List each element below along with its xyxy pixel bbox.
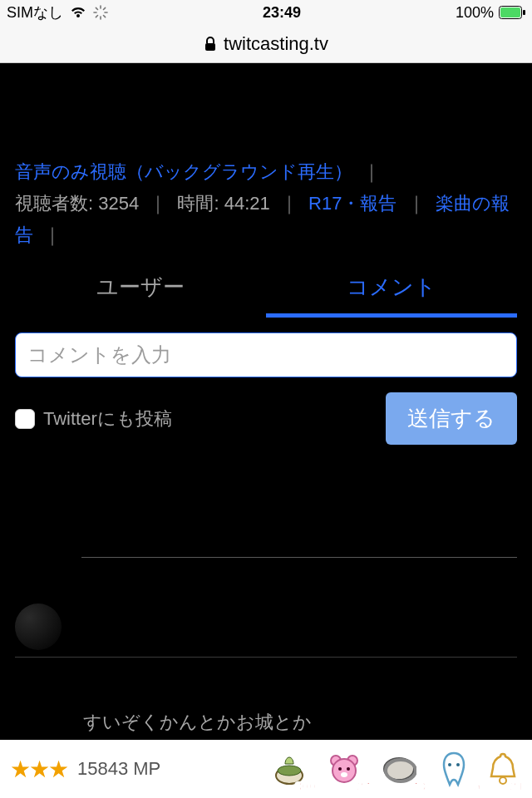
viewers-count: 3254 [98,193,139,214]
comment-text: すいぞくかんとかお城とか [83,710,312,735]
comment-row[interactable] [81,465,517,558]
svg-rect-10 [523,10,525,15]
gift-badge: 24 [357,779,371,793]
svg-point-18 [347,767,350,771]
svg-point-16 [332,759,356,782]
avatar[interactable] [15,603,62,650]
gift-badge: 300 [295,779,316,793]
status-bar: SIMなし 23:49 100% [0,0,532,25]
stars-icon[interactable]: ★★★ [10,756,67,783]
comment-list[interactable] [15,465,517,658]
svg-point-22 [448,763,451,766]
gift-bear[interactable]: 24 [319,746,369,791]
separator: ｜ [43,224,62,245]
gift-badge: 21 [510,779,524,793]
comment-form-row: Twitterにも投稿 送信する [15,392,517,445]
svg-point-24 [500,777,506,784]
bottom-bar: ★★★ 15843 MP 300 24 43 5 21 [0,740,532,798]
battery-percent: 100% [456,4,494,22]
svg-line-4 [96,7,97,9]
svg-line-6 [96,16,97,17]
svg-line-7 [104,7,106,9]
gift-tea[interactable]: 300 [264,746,314,791]
status-right: 100% [456,4,525,22]
status-left: SIMなし [7,2,108,22]
tab-users[interactable]: ユーザー [15,264,266,318]
loading-spinner-icon [93,5,108,20]
svg-rect-9 [500,7,520,17]
svg-point-17 [338,767,342,771]
wifi-icon [70,6,86,19]
dot: ・ [342,193,360,214]
separator: ｜ [407,193,426,214]
twitter-post-toggle[interactable]: Twitterにも投稿 [15,406,172,431]
gift-badge: 43 [411,779,426,793]
separator: ｜ [280,193,298,214]
gift-ghost[interactable]: 5 [429,746,479,791]
tab-comments[interactable]: コメント [266,264,517,318]
checkbox-icon[interactable] [15,409,35,429]
svg-point-23 [456,763,460,766]
meta-info: 音声のみ視聴（バックグラウンド再生） ｜ 視聴者数: 3254 ｜ 時間: 44… [15,156,517,251]
carrier-text: SIMなし [7,2,63,22]
gift-badge: 5 [474,779,480,793]
comment-input[interactable] [15,332,517,377]
send-button[interactable]: 送信する [386,392,517,445]
report-link[interactable]: 報告 [360,193,397,214]
viewers-label: 視聴者数: [15,193,93,214]
r17-link[interactable]: R17 [308,193,342,214]
separator: ｜ [149,193,167,214]
tabs: ユーザー コメント [15,264,517,318]
duration-value: 44:21 [224,193,270,214]
battery-icon [499,6,525,19]
main-content: 音声のみ視聴（バックグラウンド再生） ｜ 視聴者数: 3254 ｜ 時間: 44… [0,63,532,740]
gift-coin[interactable]: 43 [374,746,424,791]
browser-url-bar[interactable]: twitcasting.tv [0,25,532,63]
gift-bell[interactable]: 21 [484,746,522,791]
svg-rect-11 [205,43,215,51]
status-time: 23:49 [263,4,301,22]
video-area[interactable] [15,63,517,156]
audio-only-link[interactable]: 音声のみ視聴（バックグラウンド再生） [15,161,352,182]
svg-line-5 [104,16,106,17]
lock-icon [204,37,217,52]
comment-row[interactable] [15,558,517,658]
twitter-post-label: Twitterにも投稿 [43,406,172,431]
svg-point-13 [278,766,301,776]
separator: ｜ [362,161,381,182]
svg-point-19 [341,772,347,777]
url-domain: twitcasting.tv [224,33,328,55]
mp-value: 15843 MP [77,758,259,780]
time-label: 時間: [177,193,219,214]
